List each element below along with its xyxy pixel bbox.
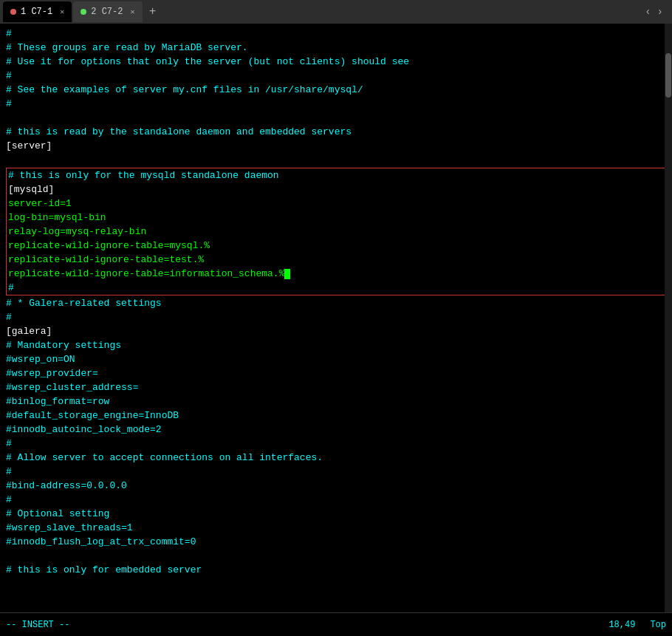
tab1-dot (10, 9, 16, 15)
cursor-position: 18,49 (608, 620, 635, 630)
list-item (6, 111, 666, 125)
list-item: # (6, 69, 666, 83)
text-cursor (284, 269, 290, 279)
list-item: # Optional setting (6, 507, 666, 521)
mysqld-box: # this is only for the mysqld standalone… (6, 168, 666, 295)
list-item: # this is only for embedded server (6, 563, 666, 577)
tab1-label: 1 C7-1 (21, 7, 52, 17)
list-item: relay-log=mysq-relay-bin (8, 225, 664, 239)
list-item: #innodb_autoinc_lock_mode=2 (6, 423, 666, 437)
list-item: # See the examples of server my.cnf file… (6, 83, 666, 97)
add-tab-button[interactable]: + (144, 3, 162, 21)
list-item: [server] (6, 139, 666, 153)
editor-content: ## These groups are read by MariaDB serv… (0, 24, 672, 580)
list-item: replicate-wild-ignore-table=information_… (8, 267, 664, 281)
list-item: log-bin=mysql-bin (8, 211, 664, 225)
tab-2[interactable]: 2 C7-2 ✕ (73, 1, 142, 22)
list-item: replicate-wild-ignore-table=mysql.% (8, 239, 664, 253)
list-item: # Mandatory settings (6, 338, 666, 352)
list-item: [mysqld] (8, 182, 664, 196)
scrollbar-thumb[interactable] (665, 53, 671, 98)
list-item: #wsrep_slave_threads=1 (6, 521, 666, 535)
list-item (6, 153, 666, 167)
list-item: #wsrep_cluster_address= (6, 380, 666, 394)
title-bar: 1 C7-1 ✕ 2 C7-2 ✕ + ‹ › (0, 0, 672, 24)
list-item: # (8, 281, 664, 295)
status-bar: -- INSERT -- 18,49 Top (0, 612, 672, 636)
list-item: # (6, 465, 666, 479)
list-item: # Allow server to accept connections on … (6, 451, 666, 465)
list-item: server-id=1 (8, 196, 664, 211)
list-item: # this is read by the standalone daemon … (6, 125, 666, 139)
tab-1[interactable]: 1 C7-1 ✕ (3, 1, 72, 22)
nav-left-icon[interactable]: ‹ (645, 6, 651, 18)
tab1-close[interactable]: ✕ (60, 7, 64, 16)
list-item: [galera] (6, 324, 666, 338)
editor-area[interactable]: ## These groups are read by MariaDB serv… (0, 24, 672, 612)
list-item: # (6, 493, 666, 507)
list-item: #wsrep_provider= (6, 366, 666, 380)
list-item: #wsrep_on=ON (6, 352, 666, 366)
list-item: #default_storage_engine=InnoDB (6, 408, 666, 423)
scroll-position: Top (650, 620, 666, 630)
list-item: # Use it for options that only the serve… (6, 55, 666, 69)
list-item (6, 549, 666, 563)
list-item: # These groups are read by MariaDB serve… (6, 41, 666, 55)
list-item: # this is only for the mysqld standalone… (8, 168, 664, 182)
editor-mode: -- INSERT -- (6, 620, 69, 630)
tab2-label: 2 C7-2 (91, 7, 123, 17)
list-item: # (6, 437, 666, 451)
list-item: # * Galera-related settings (6, 296, 666, 310)
list-item: replicate-wild-ignore-table=test.% (8, 253, 664, 267)
list-item: # (6, 27, 666, 41)
list-item: # (6, 310, 666, 324)
list-item: #innodb_flush_log_at_trx_commit=0 (6, 535, 666, 549)
tab2-close[interactable]: ✕ (130, 7, 134, 16)
titlebar-nav: ‹ › (645, 6, 669, 18)
list-item: #binlog_format=row (6, 394, 666, 408)
scrollbar[interactable] (665, 24, 672, 612)
list-item: #bind-address=0.0.0.0 (6, 479, 666, 493)
nav-right-icon[interactable]: › (657, 6, 663, 18)
list-item: # (6, 97, 666, 111)
tab2-dot (80, 9, 86, 15)
